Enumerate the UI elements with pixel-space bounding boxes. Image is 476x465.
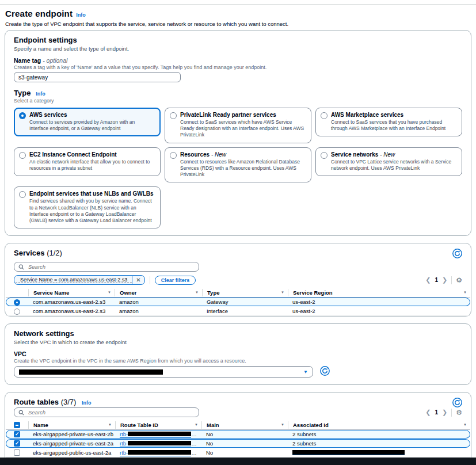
type-card-aws-services[interactable]: AWS services Connect to services provide… [14, 108, 161, 136]
close-icon[interactable]: ✕ [132, 276, 144, 284]
sort-icon[interactable]: ▼ [108, 423, 112, 426]
type-info-link[interactable]: Info [36, 91, 45, 97]
clear-filters-button[interactable]: Clear filters [155, 276, 196, 285]
column-header-name[interactable]: Name▼ [28, 421, 115, 429]
radio-icon[interactable] [19, 191, 26, 198]
subnets-link[interactable]: 2 subnets [292, 431, 316, 437]
main-cell: No [201, 449, 288, 456]
radio-icon[interactable] [19, 152, 26, 159]
services-table-header: Service Name▼ Owner▼ Type▼ Service Regio… [6, 288, 470, 298]
column-header-service-name[interactable]: Service Name▼ [28, 289, 115, 296]
associated-id-cell[interactable]: 2 subnets [288, 431, 470, 437]
checkbox-checked-icon[interactable] [14, 431, 20, 437]
refresh-icon[interactable] [452, 249, 462, 258]
column-header-type[interactable]: Type▼ [202, 289, 288, 296]
radio-checked-icon[interactable] [19, 112, 26, 119]
route-table-id-cell[interactable]: rtb-… [115, 449, 201, 456]
sort-icon[interactable]: ▼ [108, 291, 111, 294]
table-row[interactable]: eks-airgapped-private-us-east-2b rtb-… N… [6, 430, 470, 439]
checkbox-checked-icon[interactable] [14, 440, 20, 447]
sort-icon[interactable]: ▼ [281, 291, 284, 294]
column-label: Route Table ID [120, 422, 158, 428]
vpc-select[interactable]: ▼ [14, 366, 313, 378]
type-card-nlb-gwlb[interactable]: Endpoint services that use NLBs and GWLB… [14, 186, 161, 228]
gear-icon[interactable]: ⚙ [456, 277, 462, 284]
region-cell: us-east-2 [288, 308, 470, 314]
chevron-left-icon[interactable]: ❮ [425, 277, 431, 283]
radio-icon[interactable] [321, 112, 328, 119]
subnets-link[interactable]: 2 subnets [292, 440, 316, 447]
route-table-id-cell[interactable]: rtb-… [115, 440, 201, 447]
refresh-icon[interactable] [452, 398, 462, 407]
name-tag-label-text: Name tag [14, 57, 41, 64]
type-card-title: Endpoint services that use NLBs and GWLB… [29, 190, 154, 197]
type-card-service-networks[interactable]: Service networks - New Connect to VPC La… [315, 147, 462, 176]
table-row[interactable]: eks-airgapped-private-us-east-2a rtb-… N… [6, 439, 470, 448]
chevron-right-icon[interactable]: ❯ [442, 409, 447, 416]
page-info-link[interactable]: Info [76, 12, 86, 18]
route-tables-info-link[interactable]: Info [82, 400, 92, 406]
page-number[interactable]: 1 [435, 277, 438, 283]
type-card-resources[interactable]: Resources - New Connect to resources lik… [165, 147, 311, 183]
services-search-input[interactable] [27, 263, 195, 270]
radio-icon[interactable] [170, 152, 177, 159]
radio-icon[interactable] [14, 308, 20, 315]
table-row[interactable]: com.amazonaws.us-east-2.s3 amazon Interf… [6, 307, 470, 316]
column-label: Service Name [33, 289, 69, 296]
selection-cell [6, 431, 28, 437]
sort-icon[interactable]: ▼ [281, 423, 284, 426]
column-header-main[interactable]: Main▼ [201, 421, 288, 429]
route-tables-title: Route tables (3/7) Info [14, 398, 92, 406]
new-badge: - New [211, 151, 226, 158]
type-card-marketplace[interactable]: AWS Marketplace services Connect to SaaS… [315, 108, 462, 136]
name-tag-optional: - optional [43, 57, 67, 64]
associated-id-cell[interactable]: 2 subnets [288, 440, 470, 447]
select-all-checkbox[interactable] [14, 422, 20, 428]
type-card-ec2-instance-connect[interactable]: EC2 Instance Connect Endpoint An elastic… [14, 147, 161, 176]
checkbox-icon[interactable] [14, 449, 20, 456]
name-tag-input[interactable] [14, 72, 181, 82]
name-cell: eks-airgapped-private-us-east-2b [28, 431, 115, 437]
column-header-owner[interactable]: Owner▼ [115, 289, 202, 296]
chevron-down-icon: ▼ [303, 369, 308, 375]
services-title: Services (1/2) [14, 249, 62, 257]
type-card-title: Service networks - New [331, 151, 456, 158]
endpoint-settings-description: Specify a name and select the type of en… [14, 45, 462, 52]
route-tables-search-box[interactable] [14, 407, 199, 417]
column-label: Main [207, 422, 219, 428]
radio-icon[interactable] [170, 112, 177, 119]
sort-icon[interactable]: ▼ [463, 423, 467, 426]
associated-id-cell[interactable] [288, 449, 470, 456]
column-header-route-table-id[interactable]: Route Table ID▼ [115, 421, 201, 429]
truncation-ellipsis: … [191, 431, 197, 437]
radio-checked-icon[interactable] [14, 299, 20, 306]
type-card-privatelink-partner[interactable]: PrivateLink Ready partner services Conne… [165, 108, 311, 143]
redacted-route-table-id [128, 432, 191, 436]
radio-icon[interactable] [321, 152, 328, 159]
owner-cell: amazon [115, 308, 202, 314]
sort-icon[interactable]: ▼ [463, 291, 467, 294]
network-settings-title: Network settings [14, 329, 462, 338]
gear-icon[interactable]: ⚙ [456, 409, 462, 416]
refresh-icon[interactable] [320, 366, 330, 376]
type-card-description: Connect to resources like Amazon Relatio… [180, 159, 305, 178]
divider [451, 409, 452, 417]
sort-icon[interactable]: ▼ [195, 423, 198, 426]
route-tables-search-input[interactable] [27, 409, 195, 416]
chevron-left-icon[interactable]: ❮ [425, 409, 431, 416]
column-header-associated-id[interactable]: Associated Id▼ [288, 421, 470, 429]
table-row[interactable]: com.amazonaws.us-east-2.s3 amazon Gatewa… [6, 298, 470, 307]
table-row[interactable]: eks-airgapped-public-us-east-2a rtb-… No [6, 448, 470, 458]
services-search-box[interactable] [14, 262, 199, 272]
chevron-right-icon[interactable]: ❯ [442, 277, 447, 283]
type-card-body: AWS Marketplace services Connect to SaaS… [331, 112, 456, 132]
name-cell: eks-airgapped-public-us-east-2a [28, 449, 115, 456]
route-tables-header: Route tables (3/7) Info [14, 398, 462, 407]
selection-cell [6, 299, 28, 306]
services-card: Services (1/2) Service Name = com.amazon… [5, 243, 471, 317]
selection-cell [6, 440, 28, 447]
column-header-service-region[interactable]: Service Region▼ [288, 289, 470, 296]
page-number[interactable]: 1 [435, 409, 438, 416]
route-table-id-cell[interactable]: rtb-… [115, 431, 201, 438]
sort-icon[interactable]: ▼ [195, 291, 199, 294]
